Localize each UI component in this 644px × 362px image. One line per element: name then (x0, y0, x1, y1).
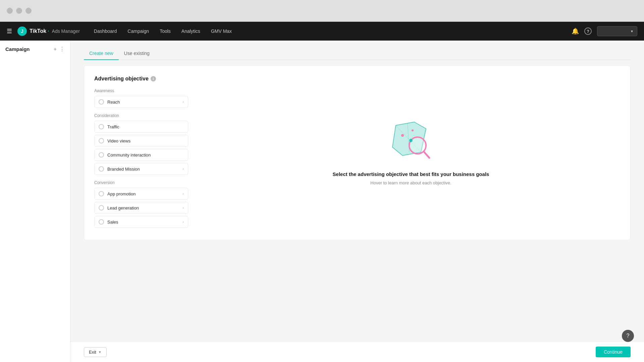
app: ☰ J TikTok · Ads Manager Dashboard Campa… (0, 22, 644, 362)
radio-reach (99, 99, 104, 105)
objective-video-views-label: Video views (107, 138, 130, 143)
logo-wrapper: J TikTok · Ads Manager (17, 26, 80, 36)
nav-campaign[interactable]: Campaign (123, 26, 154, 36)
chevron-sales: › (182, 220, 184, 224)
continue-button[interactable]: Continue (596, 347, 631, 357)
objective-lead-generation[interactable]: Lead generation › (94, 202, 188, 214)
sidebar-add-button[interactable]: + (54, 46, 57, 52)
exit-label: Exit (89, 350, 96, 355)
brand-adsmanager: Ads Manager (52, 28, 80, 34)
objective-community-interaction[interactable]: Community interaction (94, 149, 188, 161)
chevron-lead-generation: › (182, 205, 184, 210)
help-fab-button[interactable]: ? (622, 330, 634, 342)
info-illustration (389, 120, 433, 164)
objective-reach-label: Reach (107, 100, 120, 105)
svg-point-7 (401, 134, 404, 137)
tab-create-new[interactable]: Create new (84, 47, 119, 60)
browser-chrome (0, 0, 644, 22)
objective-lead-generation-left: Lead generation (99, 205, 139, 210)
bottom-bar: Exit ▼ Continue (70, 342, 644, 362)
category-conversion: Conversion (94, 180, 188, 185)
sidebar-actions: + ⋮ (54, 46, 65, 52)
tabs: Create new Use existing (84, 47, 631, 60)
objective-branded-mission[interactable]: Branded Mission › (94, 163, 188, 175)
radio-community-interaction (99, 152, 104, 158)
dropdown-chevron: ▼ (630, 29, 634, 33)
sidebar-title: Campaign (5, 46, 30, 52)
objective-video-views-left: Video views (99, 138, 130, 143)
nav-tools[interactable]: Tools (155, 26, 175, 36)
objectives-panel: Advertising objective i Awareness Reach (94, 76, 188, 230)
campaign-card: Advertising objective i Awareness Reach (84, 65, 631, 240)
hamburger-icon[interactable]: ☰ (7, 27, 12, 35)
info-subtext: Hover to learn more about each objective… (370, 180, 451, 185)
topnav: ☰ J TikTok · Ads Manager Dashboard Campa… (0, 22, 644, 41)
browser-dot-green (25, 8, 32, 14)
browser-dot-yellow (16, 8, 22, 14)
objective-reach[interactable]: Reach › (94, 96, 188, 108)
exit-chevron-icon: ▼ (98, 350, 102, 354)
nav-gmvmax[interactable]: GMV Max (206, 26, 236, 36)
objective-lead-generation-label: Lead generation (107, 205, 139, 210)
topnav-nav: Dashboard Campaign Tools Analytics GMV M… (89, 26, 569, 36)
chevron-app-promotion: › (182, 191, 184, 196)
chevron-reach: › (182, 100, 184, 104)
category-awareness: Awareness (94, 88, 188, 93)
radio-traffic (99, 124, 104, 129)
notification-icon[interactable]: 🔔 (572, 27, 579, 35)
objective-community-interaction-left: Community interaction (99, 152, 151, 158)
info-heading: Select the advertising objective that be… (333, 171, 489, 178)
objective-community-interaction-label: Community interaction (107, 153, 151, 158)
topnav-right: 🔔 ? ▼ (572, 26, 637, 36)
svg-point-9 (409, 139, 413, 142)
objective-app-promotion-label: App promotion (107, 191, 136, 196)
objective-sales[interactable]: Sales › (94, 216, 188, 228)
objective-sales-left: Sales (99, 219, 118, 225)
objective-video-views[interactable]: Video views (94, 135, 188, 147)
objective-traffic-label: Traffic (107, 124, 119, 129)
objective-branded-mission-left: Branded Mission (99, 166, 140, 172)
radio-app-promotion (99, 191, 104, 196)
brand-dot: · (48, 28, 49, 34)
radio-video-views (99, 138, 104, 143)
brand: TikTok · Ads Manager (30, 28, 80, 34)
card-content: Advertising objective i Awareness Reach (94, 76, 620, 230)
svg-point-8 (412, 129, 414, 131)
svg-line-6 (424, 152, 429, 158)
objective-reach-left: Reach (99, 99, 120, 105)
objective-traffic[interactable]: Traffic (94, 121, 188, 133)
browser-dot-red (7, 8, 13, 14)
illustration-svg (389, 120, 433, 161)
sidebar: Campaign + ⋮ (0, 41, 70, 362)
radio-sales (99, 219, 104, 225)
tab-use-existing[interactable]: Use existing (119, 47, 155, 60)
sidebar-more-button[interactable]: ⋮ (59, 46, 65, 52)
objective-branded-mission-label: Branded Mission (107, 167, 140, 172)
help-icon[interactable]: ? (584, 27, 592, 35)
objective-sales-label: Sales (107, 220, 118, 225)
main-layout: Campaign + ⋮ Create new Use existing (0, 41, 644, 362)
info-icon[interactable]: i (151, 76, 156, 81)
exit-button[interactable]: Exit ▼ (84, 347, 107, 357)
sidebar-header: Campaign + ⋮ (0, 46, 70, 56)
category-consideration: Consideration (94, 113, 188, 118)
info-panel: Select the advertising objective that be… (202, 76, 620, 230)
page-content: Create new Use existing Advertising obje… (70, 41, 644, 342)
content-area: Create new Use existing Advertising obje… (70, 41, 644, 362)
nav-dashboard[interactable]: Dashboard (89, 26, 122, 36)
brand-tiktok: TikTok (30, 28, 46, 34)
objective-app-promotion[interactable]: App promotion › (94, 188, 188, 200)
nav-analytics[interactable]: Analytics (177, 26, 205, 36)
radio-lead-generation (99, 205, 104, 210)
objective-app-promotion-left: App promotion (99, 191, 136, 196)
chevron-branded-mission: › (182, 167, 184, 171)
radio-branded-mission (99, 166, 104, 172)
section-title: Advertising objective i (94, 76, 188, 82)
account-dropdown[interactable]: ▼ (597, 26, 637, 36)
avatar: J (17, 26, 27, 36)
objective-traffic-left: Traffic (99, 124, 119, 129)
section-title-text: Advertising objective (94, 76, 149, 82)
